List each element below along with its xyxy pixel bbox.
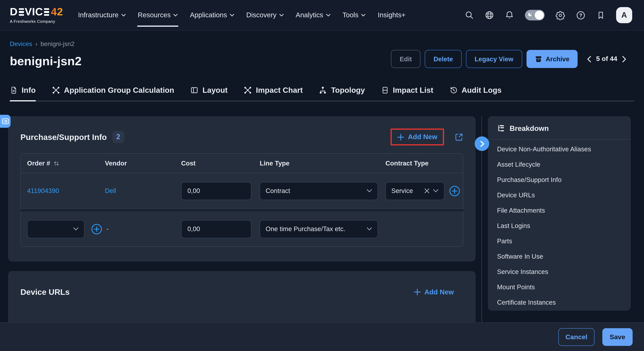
purchase-section-header: Purchase/Support Info 2 Add New xyxy=(9,117,475,146)
column-line-type: Line Type xyxy=(260,160,386,167)
pager-previous-icon[interactable] xyxy=(587,56,591,62)
vendor-link[interactable]: Dell xyxy=(105,187,116,194)
breakdown-list: Device Non-Authoritative Aliases Asset L… xyxy=(488,140,630,310)
search-icon[interactable] xyxy=(465,10,474,20)
tab-impact-chart[interactable]: Impact Chart xyxy=(244,86,303,100)
contract-type-select[interactable]: Service xyxy=(386,182,444,200)
svg-text:?: ? xyxy=(579,12,582,18)
breadcrumb: Devices › benigni-jsn2 xyxy=(10,40,74,48)
tab-impact-list[interactable]: Impact List xyxy=(381,86,434,100)
moon-icon xyxy=(527,12,533,18)
save-button[interactable]: Save xyxy=(602,328,632,346)
purchase-header-actions: Add New xyxy=(390,128,463,146)
bookmark-icon[interactable] xyxy=(596,11,605,20)
order-select[interactable] xyxy=(27,220,84,238)
tab-info[interactable]: Info xyxy=(10,86,36,100)
purchase-support-info-section: Purchase/Support Info 2 Add New Orde xyxy=(8,116,476,262)
theme-toggle[interactable] xyxy=(525,10,544,20)
add-contract-type-icon[interactable] xyxy=(449,185,460,196)
record-pager: 5 of 44 xyxy=(587,55,626,63)
nav-item-discovery[interactable]: Discovery xyxy=(246,0,284,30)
purchase-table-main: Order # Vendor Cost Line Type Contract T… xyxy=(20,153,463,209)
legacy-view-button[interactable]: Legacy View xyxy=(466,50,522,68)
plus-icon xyxy=(414,288,421,296)
add-order-icon[interactable] xyxy=(91,224,102,234)
clear-selection-icon[interactable] xyxy=(424,188,430,194)
logo-wordmark: DVIC42 xyxy=(10,7,63,17)
line-type-select[interactable]: One time Purchase/Tax etc. xyxy=(260,220,378,238)
device-tabs: Info Application Group Calculation Layou… xyxy=(10,86,634,102)
chevron-down-icon xyxy=(174,14,178,16)
breakdown-title: Breakdown xyxy=(510,124,549,133)
main-menu: Infrastructure Resources Applications Di… xyxy=(78,0,406,30)
tab-layout[interactable]: Layout xyxy=(190,86,228,100)
logo-letter-e-bars xyxy=(44,8,49,16)
collapse-sidebar-button[interactable] xyxy=(475,136,489,151)
top-navbar: DVIC42 A Freshworks Company Infrastructu… xyxy=(0,0,644,31)
open-in-new-window-icon[interactable] xyxy=(454,133,463,141)
history-clock-icon xyxy=(449,86,458,94)
breakdown-item-device-urls[interactable]: Device URLs xyxy=(488,188,630,203)
tab-audit-logs[interactable]: Audit Logs xyxy=(449,86,502,100)
breakdown-item-parts[interactable]: Parts xyxy=(488,234,630,249)
chevron-down-icon xyxy=(230,14,234,16)
pager-next-icon[interactable] xyxy=(622,56,626,62)
logo-letter-d: D xyxy=(10,7,18,17)
nav-item-infrastructure[interactable]: Infrastructure xyxy=(78,0,126,30)
nav-item-applications[interactable]: Applications xyxy=(190,0,234,30)
stacked-list-icon xyxy=(381,86,389,94)
breakdown-item-mount-points[interactable]: Mount Points xyxy=(488,280,630,295)
list-icon xyxy=(2,118,9,124)
line-type-select[interactable]: Contract xyxy=(260,182,378,200)
breakdown-item-last-logins[interactable]: Last Logins xyxy=(488,218,630,234)
nav-item-tools[interactable]: Tools xyxy=(342,0,366,30)
sort-icon xyxy=(54,160,59,166)
tab-application-group-calculation[interactable]: Application Group Calculation xyxy=(52,86,174,100)
purchase-table: Order # Vendor Cost Line Type Contract T… xyxy=(20,153,463,247)
nav-item-resources[interactable]: Resources xyxy=(138,0,178,30)
chevron-down-icon xyxy=(433,189,438,192)
layout-icon xyxy=(190,86,198,94)
device-urls-add-new-button[interactable]: Add New xyxy=(414,288,454,296)
settings-gear-icon[interactable] xyxy=(556,10,565,20)
purchase-row-1: 411904390 Dell 0,00 Contract Service xyxy=(21,173,463,208)
cost-input[interactable]: 0,00 xyxy=(181,182,252,200)
cost-input[interactable]: 0,00 xyxy=(181,220,252,238)
logo-tagline: A Freshworks Company xyxy=(10,19,63,24)
edit-button[interactable]: Edit xyxy=(391,50,420,68)
section-nav-flag[interactable] xyxy=(0,115,10,128)
order-number-link[interactable]: 411904390 xyxy=(27,187,59,194)
user-avatar[interactable]: A xyxy=(616,7,632,23)
delete-button[interactable]: Delete xyxy=(425,50,462,68)
topology-sitemap-icon xyxy=(319,86,327,94)
breadcrumb-separator: › xyxy=(35,40,38,48)
breakdown-header: Breakdown xyxy=(488,117,630,140)
archive-button[interactable]: Archive xyxy=(526,50,578,68)
breakdown-item-purchase-support-info[interactable]: Purchase/Support Info xyxy=(488,172,630,188)
breakdown-item-software-in-use[interactable]: Software In Use xyxy=(488,249,630,264)
purchase-count-badge: 2 xyxy=(112,131,124,143)
chevron-down-icon xyxy=(326,14,330,16)
device42-logo[interactable]: DVIC42 A Freshworks Company xyxy=(10,7,63,24)
list-tree-icon xyxy=(497,124,505,132)
breakdown-item-asset-lifecycle[interactable]: Asset Lifecycle xyxy=(488,157,630,172)
breakdown-item-service-instances[interactable]: Service Instances xyxy=(488,264,630,280)
breakdown-item-certificate-instances[interactable]: Certificate Instances xyxy=(488,295,630,310)
device-urls-header: Device URLs Add New xyxy=(9,272,475,297)
nav-item-analytics[interactable]: Analytics xyxy=(296,0,330,30)
toggle-knob xyxy=(535,10,544,20)
logo-letters-vic: VIC xyxy=(25,7,43,17)
globe-icon[interactable] xyxy=(485,10,494,20)
breadcrumb-devices-link[interactable]: Devices xyxy=(10,40,32,48)
purchase-add-new-button[interactable]: Add New xyxy=(397,133,437,141)
nav-item-insights[interactable]: Insights+ xyxy=(378,0,406,30)
purchase-section-title: Purchase/Support Info xyxy=(20,132,107,142)
column-order[interactable]: Order # xyxy=(21,160,105,167)
breakdown-item-file-attachments[interactable]: File Attachments xyxy=(488,203,630,218)
breakdown-item-device-non-authoritative-aliases[interactable]: Device Non-Authoritative Aliases xyxy=(488,142,630,157)
help-icon[interactable]: ? xyxy=(576,10,586,20)
tab-topology[interactable]: Topology xyxy=(319,86,365,100)
logo-number: 42 xyxy=(51,7,63,17)
cancel-button[interactable]: Cancel xyxy=(558,328,594,346)
notifications-bell-icon[interactable] xyxy=(505,10,514,20)
